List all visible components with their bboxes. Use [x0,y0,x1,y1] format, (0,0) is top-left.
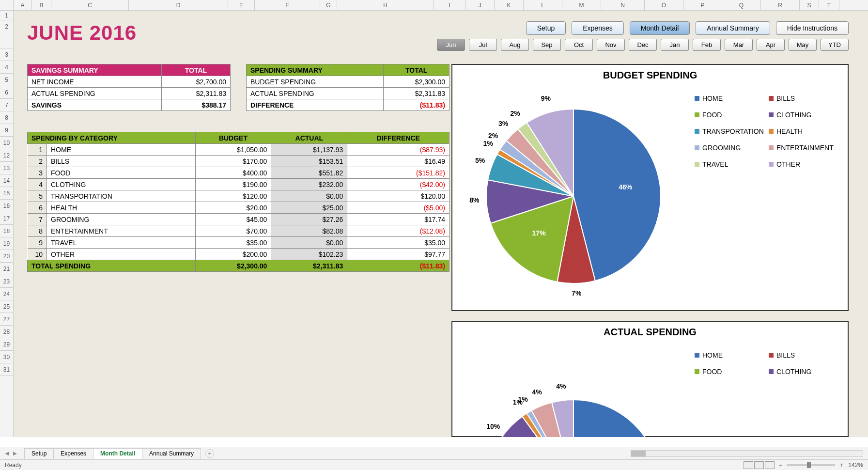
normal-view-icon[interactable] [744,461,753,469]
cat-row-name[interactable]: TRANSPORTATION [47,190,196,202]
month-jun-button[interactable]: Jun [437,39,465,51]
cat-row-idx[interactable]: 9 [28,237,47,249]
row-header[interactable]: 27 [0,313,13,326]
cat-row-actual[interactable]: $232.00 [271,179,347,190]
cat-total-actual[interactable]: $2,311.83 [271,260,347,272]
cat-row-idx[interactable]: 5 [28,190,47,202]
cat-row-actual[interactable]: $153.51 [271,156,347,167]
row-header[interactable]: 30 [0,351,13,363]
row-header[interactable]: 20 [0,250,13,263]
cat-row-diff[interactable]: ($151.82) [347,167,450,179]
month-mar-button[interactable]: Mar [725,39,753,51]
row-header[interactable]: 18 [0,225,13,237]
row-header[interactable]: 31 [0,363,13,376]
cat-row-idx[interactable]: 4 [28,179,47,190]
nav-annual-summary-button[interactable]: Annual Summary [696,21,770,35]
cat-row-name[interactable]: ENTERTAINMENT [47,225,196,237]
row-header[interactable]: 19 [0,237,13,250]
row-header[interactable]: 4 [0,61,13,74]
column-header[interactable]: T [819,0,839,10]
column-header[interactable]: R [761,0,800,10]
month-aug-button[interactable]: Aug [501,39,529,51]
column-header[interactable]: M [562,0,601,10]
column-header[interactable]: C [51,0,129,10]
column-header[interactable]: S [800,0,819,10]
cat-row-name[interactable]: HOME [47,144,196,156]
cat-row-budget[interactable]: $120.00 [195,190,271,202]
column-header[interactable]: Q [722,0,761,10]
zoom-out-icon[interactable]: − [778,462,782,469]
cat-row-diff[interactable]: $17.74 [347,214,450,225]
spending-row-val[interactable]: $2,300.00 [384,76,450,88]
row-header[interactable]: 6 [0,86,13,99]
cat-row-name[interactable]: BILLS [47,156,196,167]
month-jul-button[interactable]: Jul [469,39,497,51]
page-break-view-icon[interactable] [765,461,775,469]
cat-row-name[interactable]: OTHER [47,249,196,260]
nav-hide-instructions-button[interactable]: Hide Instructions [776,21,849,35]
cat-row-diff[interactable]: $35.00 [347,237,450,249]
month-oct-button[interactable]: Oct [565,39,593,51]
worksheet-canvas[interactable]: JUNE 2016 SetupExpensesMonth DetailAnnua… [14,11,868,437]
row-header[interactable]: 10 [0,137,13,149]
spending-total-label[interactable]: DIFFERENCE [247,99,384,111]
cat-row-budget[interactable]: $190.00 [195,179,271,190]
column-header[interactable]: P [683,0,722,10]
row-header[interactable]: 3 [0,48,13,61]
month-sep-button[interactable]: Sep [533,39,561,51]
cat-row-name[interactable]: TRAVEL [47,237,196,249]
savings-row-label[interactable]: NET INCOME [28,76,162,88]
cat-row-actual[interactable]: $82.08 [271,225,347,237]
sheet-tab-annual-summary[interactable]: Annual Summary [142,448,201,459]
row-header[interactable]: 21 [0,263,13,275]
column-header[interactable]: H [337,0,434,10]
row-header[interactable]: 25 [0,300,13,313]
cat-row-actual[interactable]: $0.00 [271,190,347,202]
cat-row-idx[interactable]: 6 [28,202,47,214]
row-header[interactable]: 5 [0,74,13,86]
row-header[interactable]: 12 [0,149,13,162]
row-header[interactable]: 14 [0,174,13,187]
cat-row-budget[interactable]: $170.00 [195,156,271,167]
cat-total-budget[interactable]: $2,300.00 [195,260,271,272]
month-dec-button[interactable]: Dec [629,39,657,51]
cat-row-budget[interactable]: $400.00 [195,167,271,179]
month-feb-button[interactable]: Feb [693,39,721,51]
month-apr-button[interactable]: Apr [757,39,785,51]
cat-row-name[interactable]: FOOD [47,167,196,179]
month-jan-button[interactable]: Jan [661,39,689,51]
column-header[interactable]: K [495,0,524,10]
tab-nav-arrows[interactable]: ◄ ► [4,450,18,457]
cat-row-actual[interactable]: $0.00 [271,237,347,249]
cat-row-budget[interactable]: $20.00 [195,202,271,214]
cat-row-diff[interactable]: $97.77 [347,249,450,260]
actual-spending-chart[interactable]: ACTUAL SPENDING 49%7%24%10%1%1%4%4% HOME… [451,321,849,437]
cat-row-idx[interactable]: 10 [28,249,47,260]
row-header[interactable]: 24 [0,288,13,300]
cat-row-budget[interactable]: $70.00 [195,225,271,237]
horizontal-scrollbar[interactable] [631,450,863,457]
column-header[interactable]: I [434,0,465,10]
cat-row-idx[interactable]: 1 [28,144,47,156]
cat-row-actual[interactable]: $1,137.93 [271,144,347,156]
spending-row-label[interactable]: BUDGET SPENDING [247,76,384,88]
cat-row-actual[interactable]: $102.23 [271,249,347,260]
cat-row-diff[interactable]: $120.00 [347,190,450,202]
month-nov-button[interactable]: Nov [597,39,625,51]
sheet-tab-setup[interactable]: Setup [24,448,54,459]
month-may-button[interactable]: May [789,39,817,51]
cat-row-idx[interactable]: 8 [28,225,47,237]
select-all-corner[interactable] [0,0,14,10]
cat-row-idx[interactable]: 3 [28,167,47,179]
spending-total-val[interactable]: ($11.83) [384,99,450,111]
cat-row-idx[interactable]: 7 [28,214,47,225]
column-header[interactable]: D [129,0,228,10]
savings-row-val[interactable]: $2,700.00 [162,76,231,88]
spending-row-val[interactable]: $2,311.83 [384,88,450,99]
column-header[interactable]: F [255,0,320,10]
savings-total-label[interactable]: SAVINGS [28,99,162,111]
cat-row-actual[interactable]: $551.82 [271,167,347,179]
row-header[interactable]: 13 [0,162,13,174]
zoom-in-icon[interactable]: + [840,462,843,469]
row-header[interactable]: 28 [0,326,13,338]
